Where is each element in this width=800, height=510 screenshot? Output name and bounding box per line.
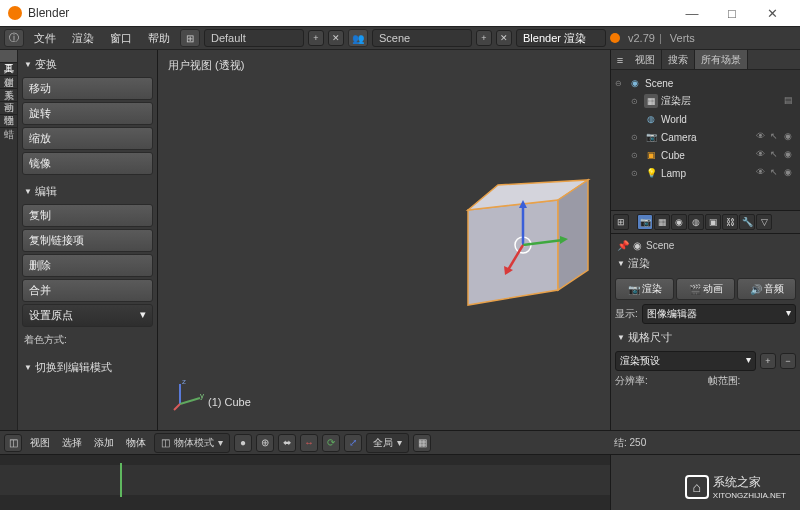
- restrict-select-icon[interactable]: ↖: [770, 149, 782, 161]
- render-preset-dropdown[interactable]: 渲染预设▾: [615, 351, 756, 371]
- data-context-icon[interactable]: ▽: [756, 214, 772, 230]
- vp-menu-object[interactable]: 物体: [122, 436, 150, 450]
- renderlayer-context-icon[interactable]: ▦: [654, 214, 670, 230]
- scale-button[interactable]: 缩放: [22, 127, 153, 150]
- restrict-render-icon[interactable]: ◉: [784, 149, 796, 161]
- maximize-button[interactable]: □: [712, 0, 752, 26]
- duplicate-button[interactable]: 复制: [22, 204, 153, 227]
- rotate-button[interactable]: 旋转: [22, 102, 153, 125]
- speaker-icon: 🔊: [750, 284, 762, 295]
- scene-context-icon[interactable]: ◉: [671, 214, 687, 230]
- window-titlebar: Blender — □ ✕: [0, 0, 800, 26]
- menu-help[interactable]: 帮助: [142, 28, 176, 49]
- preset-add-button[interactable]: +: [760, 353, 776, 369]
- scene-add-button[interactable]: +: [476, 30, 492, 46]
- modifier-context-icon[interactable]: 🔧: [739, 214, 755, 230]
- restrict-render-icon[interactable]: ◉: [784, 131, 796, 143]
- constraint-context-icon[interactable]: ⛓: [722, 214, 738, 230]
- manipulator-scale-icon[interactable]: ⤢: [344, 434, 362, 452]
- layers-icon[interactable]: ▦: [413, 434, 431, 452]
- timeline-playhead[interactable]: [120, 463, 122, 497]
- shading-solid-icon[interactable]: ●: [234, 434, 252, 452]
- display-dropdown[interactable]: 图像编辑器▾: [642, 304, 796, 324]
- outliner-tab-all-scenes[interactable]: 所有场景: [695, 50, 748, 69]
- animation-button[interactable]: 🎬动画: [676, 278, 735, 300]
- outliner-editor-icon[interactable]: ≡: [611, 50, 629, 69]
- tab-create[interactable]: 创建: [0, 63, 17, 76]
- outliner-tab-view[interactable]: 视图: [629, 50, 662, 69]
- minimize-button[interactable]: —: [672, 0, 712, 26]
- menu-window[interactable]: 窗口: [104, 28, 138, 49]
- restrict-render-icon[interactable]: ◉: [784, 167, 796, 179]
- set-origin-dropdown[interactable]: 设置原点 ▾: [22, 304, 153, 327]
- display-label: 显示:: [615, 307, 638, 321]
- edit-panel-header[interactable]: 编辑: [22, 181, 153, 202]
- audio-button[interactable]: 🔊音频: [737, 278, 796, 300]
- mode-dropdown[interactable]: ◫物体模式▾: [154, 433, 230, 453]
- manipulator-toggle-icon[interactable]: ⬌: [278, 434, 296, 452]
- tab-physics[interactable]: 物理: [0, 102, 17, 115]
- vp-menu-view[interactable]: 视图: [26, 436, 54, 450]
- mirror-button[interactable]: 镜像: [22, 152, 153, 175]
- translate-button[interactable]: 移动: [22, 77, 153, 100]
- svg-line-17: [180, 398, 200, 404]
- scene-browse-icon[interactable]: 👥: [348, 29, 368, 47]
- screen-layout-dropdown[interactable]: Default: [204, 29, 304, 47]
- outliner-tab-search[interactable]: 搜索: [662, 50, 695, 69]
- menu-render[interactable]: 渲染: [66, 28, 100, 49]
- join-button[interactable]: 合并: [22, 279, 153, 302]
- manipulator-translate-icon[interactable]: ↔: [300, 434, 318, 452]
- outliner-lamp-row[interactable]: ⊙💡Lamp 👁↖◉: [613, 164, 798, 182]
- object-context-icon[interactable]: ▣: [705, 214, 721, 230]
- outliner-scene-row[interactable]: ⊖◉Scene: [613, 74, 798, 92]
- scene-dropdown[interactable]: Scene: [372, 29, 472, 47]
- restrict-view-icon[interactable]: 👁: [756, 149, 768, 161]
- outliner-world-row[interactable]: ◍World: [613, 110, 798, 128]
- restrict-select-icon[interactable]: ↖: [770, 167, 782, 179]
- tool-shelf: 变换 移动 旋转 缩放 镜像 编辑 复制 复制链接项 删除 合并 设置原点 ▾ …: [18, 50, 158, 430]
- layout-delete-button[interactable]: ✕: [328, 30, 344, 46]
- restrict-select-icon[interactable]: ↖: [770, 131, 782, 143]
- tab-relations[interactable]: 关系: [0, 76, 17, 89]
- layout-add-button[interactable]: +: [308, 30, 324, 46]
- info-editor-icon[interactable]: ⓘ: [4, 29, 24, 47]
- duplicate-linked-button[interactable]: 复制链接项: [22, 229, 153, 252]
- vp-menu-add[interactable]: 添加: [90, 436, 118, 450]
- render-engine-dropdown[interactable]: Blender 渲染: [516, 29, 606, 47]
- transform-panel-header[interactable]: 变换: [22, 54, 153, 75]
- preset-remove-button[interactable]: −: [780, 353, 796, 369]
- restrict-view-icon[interactable]: 👁: [756, 131, 768, 143]
- 3d-viewport[interactable]: 用户视图 (透视) z y (1) Cube: [158, 50, 610, 430]
- default-cube[interactable]: [438, 170, 598, 330]
- delete-button[interactable]: 删除: [22, 254, 153, 277]
- orientation-dropdown[interactable]: 全局▾: [366, 433, 409, 453]
- outliner-cube-row[interactable]: ⊙▣Cube 👁↖◉: [613, 146, 798, 164]
- breadcrumb-scene[interactable]: Scene: [646, 240, 674, 251]
- pivot-icon[interactable]: ⊕: [256, 434, 274, 452]
- vp-menu-select[interactable]: 选择: [58, 436, 86, 450]
- timeline-area[interactable]: [0, 455, 610, 510]
- render-panel-header[interactable]: 渲染: [615, 253, 796, 274]
- menu-file[interactable]: 文件: [28, 28, 62, 49]
- world-context-icon[interactable]: ◍: [688, 214, 704, 230]
- render-button[interactable]: 📷渲染: [615, 278, 674, 300]
- restrict-view-icon[interactable]: 👁: [756, 167, 768, 179]
- scene-delete-button[interactable]: ✕: [496, 30, 512, 46]
- pin-icon[interactable]: 📌: [617, 240, 629, 251]
- switch-edit-header[interactable]: 切换到编辑模式: [22, 357, 153, 378]
- outliner[interactable]: ⊖◉Scene ⊙▦渲染层 ▤ ◍World ⊙📷Camera 👁↖◉ ⊙▣Cu…: [611, 70, 800, 210]
- manipulator-rotate-icon[interactable]: ⟳: [322, 434, 340, 452]
- tab-grease[interactable]: 蜡: [0, 115, 17, 128]
- layout-browse-icon[interactable]: ⊞: [180, 29, 200, 47]
- tab-animation[interactable]: 动画: [0, 89, 17, 102]
- dimensions-panel-header[interactable]: 规格尺寸: [615, 327, 796, 348]
- prop-editor-icon[interactable]: ⊞: [613, 214, 629, 230]
- close-button[interactable]: ✕: [752, 0, 792, 26]
- timeline-track[interactable]: [0, 465, 610, 495]
- tab-tools[interactable]: 工具: [0, 50, 17, 63]
- outliner-renderlayer-row[interactable]: ⊙▦渲染层 ▤: [613, 92, 798, 110]
- render-context-icon[interactable]: 📷: [637, 214, 653, 230]
- 3dview-editor-icon[interactable]: ◫: [4, 434, 22, 452]
- outliner-camera-row[interactable]: ⊙📷Camera 👁↖◉: [613, 128, 798, 146]
- properties-breadcrumb: 📌 ◉ Scene: [615, 238, 796, 253]
